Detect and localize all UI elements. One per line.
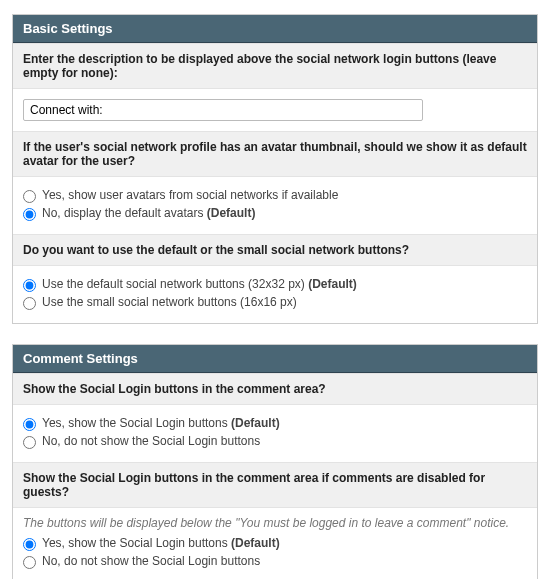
comment-show-option-no[interactable]: No, do not show the Social Login buttons xyxy=(23,434,527,449)
button-size-option-default[interactable]: Use the default social network buttons (… xyxy=(23,277,527,292)
comment-guest-option-no[interactable]: No, do not show the Social Login buttons xyxy=(23,554,527,569)
button-size-radio-small[interactable] xyxy=(23,297,36,310)
comment-show-options: Yes, show the Social Login buttons (Defa… xyxy=(13,405,537,462)
avatar-question: If the user's social network profile has… xyxy=(13,131,537,177)
button-size-radio-default[interactable] xyxy=(23,279,36,292)
basic-settings-header: Basic Settings xyxy=(13,15,537,43)
description-input[interactable] xyxy=(23,99,423,121)
avatar-options: Yes, show user avatars from social netwo… xyxy=(13,177,537,234)
comment-settings-panel: Comment Settings Show the Social Login b… xyxy=(12,344,538,579)
basic-settings-panel: Basic Settings Enter the description to … xyxy=(12,14,538,324)
comment-guest-default-tag: (Default) xyxy=(228,536,280,550)
button-size-options: Use the default social network buttons (… xyxy=(13,266,537,323)
avatar-default-tag: (Default) xyxy=(203,206,255,220)
avatar-label-no: No, display the default avatars (Default… xyxy=(42,206,255,220)
comment-show-label-no: No, do not show the Social Login buttons xyxy=(42,434,260,448)
button-size-question: Do you want to use the default or the sm… xyxy=(13,234,537,266)
button-size-option-small[interactable]: Use the small social network buttons (16… xyxy=(23,295,527,310)
comment-show-default-tag: (Default) xyxy=(228,416,280,430)
comment-guest-hint: The buttons will be displayed below the … xyxy=(23,516,527,530)
comment-guest-label-no: No, do not show the Social Login buttons xyxy=(42,554,260,568)
comment-show-label-yes-text: Yes, show the Social Login buttons xyxy=(42,416,228,430)
comment-show-radio-yes[interactable] xyxy=(23,418,36,431)
button-size-label-small: Use the small social network buttons (16… xyxy=(42,295,297,309)
comment-guest-question: Show the Social Login buttons in the com… xyxy=(13,462,537,508)
button-size-default-tag: (Default) xyxy=(305,277,357,291)
description-input-wrap xyxy=(13,89,537,131)
comment-guest-label-yes: Yes, show the Social Login buttons (Defa… xyxy=(42,536,280,550)
comment-settings-header: Comment Settings xyxy=(13,345,537,373)
avatar-option-no[interactable]: No, display the default avatars (Default… xyxy=(23,206,527,221)
avatar-option-yes[interactable]: Yes, show user avatars from social netwo… xyxy=(23,188,527,203)
comment-show-option-yes[interactable]: Yes, show the Social Login buttons (Defa… xyxy=(23,416,527,431)
avatar-label-yes: Yes, show user avatars from social netwo… xyxy=(42,188,338,202)
description-question: Enter the description to be displayed ab… xyxy=(13,43,537,89)
comment-show-question: Show the Social Login buttons in the com… xyxy=(13,373,537,405)
comment-guest-options: The buttons will be displayed below the … xyxy=(13,508,537,579)
comment-guest-option-yes[interactable]: Yes, show the Social Login buttons (Defa… xyxy=(23,536,527,551)
comment-show-label-yes: Yes, show the Social Login buttons (Defa… xyxy=(42,416,280,430)
button-size-label-default-text: Use the default social network buttons (… xyxy=(42,277,305,291)
comment-show-radio-no[interactable] xyxy=(23,436,36,449)
comment-guest-label-yes-text: Yes, show the Social Login buttons xyxy=(42,536,228,550)
comment-guest-radio-yes[interactable] xyxy=(23,538,36,551)
button-size-label-default: Use the default social network buttons (… xyxy=(42,277,357,291)
comment-guest-radio-no[interactable] xyxy=(23,556,36,569)
avatar-radio-no[interactable] xyxy=(23,208,36,221)
avatar-label-no-text: No, display the default avatars xyxy=(42,206,203,220)
avatar-radio-yes[interactable] xyxy=(23,190,36,203)
